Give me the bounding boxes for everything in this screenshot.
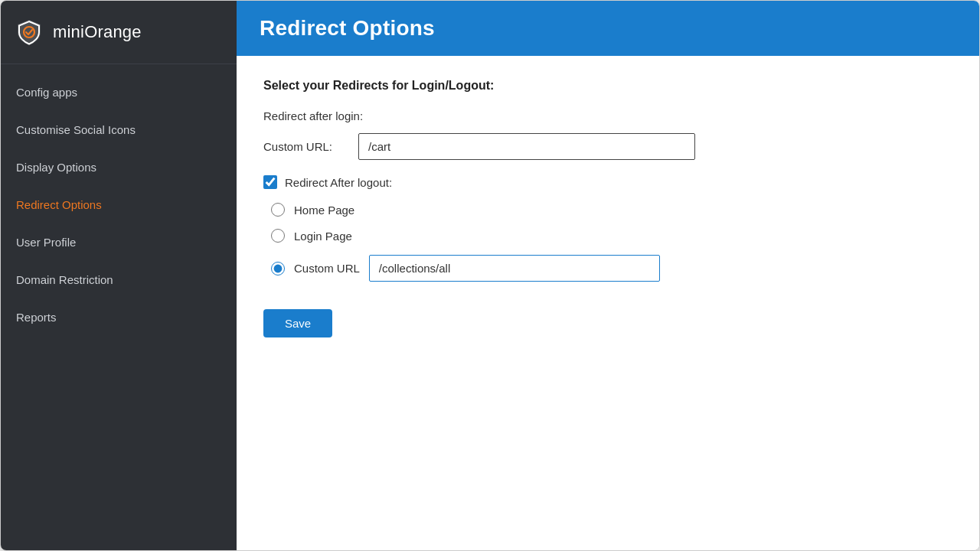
main-header: Redirect Options (237, 1, 979, 56)
sidebar-item-display-options[interactable]: Display Options (1, 148, 237, 186)
section-title: Select your Redirects for Login/Logout: (263, 79, 952, 93)
sidebar-item-user-profile[interactable]: User Profile (1, 223, 237, 261)
page-title: Redirect Options (260, 16, 956, 41)
redirect-after-logout-label: Redirect After logout: (285, 176, 392, 189)
radio-home-page[interactable] (271, 203, 285, 217)
radio-row-custom-url: Custom URL (271, 255, 952, 282)
sidebar-item-reports[interactable]: Reports (1, 298, 237, 336)
sidebar-item-config-apps[interactable]: Config apps (1, 73, 237, 111)
shield-icon (15, 18, 44, 47)
custom-url-login-input[interactable] (358, 133, 695, 160)
radio-row-login-page: Login Page (271, 229, 952, 243)
radio-label-home-page: Home Page (294, 204, 354, 217)
redirect-after-logout-checkbox[interactable] (263, 175, 277, 189)
radio-label-custom-url: Custom URL (294, 262, 360, 275)
radio-custom-url[interactable] (271, 262, 285, 276)
sidebar-item-domain-restriction[interactable]: Domain Restriction (1, 261, 237, 298)
app-name: miniOrange (53, 22, 142, 42)
save-button[interactable]: Save (263, 309, 332, 337)
sidebar: miniOrange Config apps Customise Social … (1, 1, 237, 550)
redirect-after-logout-row: Redirect After logout: (263, 175, 952, 189)
custom-url-login-label: Custom URL: (263, 140, 348, 153)
redirect-after-login-label: Redirect after login: (263, 109, 952, 122)
custom-url-logout-input[interactable] (369, 255, 660, 282)
radio-options-group: Home Page Login Page Custom URL (271, 203, 952, 282)
custom-url-login-row: Custom URL: (263, 133, 952, 160)
radio-row-home-page: Home Page (271, 203, 952, 217)
radio-login-page[interactable] (271, 229, 285, 243)
logo-area: miniOrange (1, 1, 237, 64)
sidebar-divider (1, 64, 237, 64)
sidebar-item-redirect-options[interactable]: Redirect Options (1, 186, 237, 223)
main-content: Redirect Options Select your Redirects f… (237, 1, 979, 550)
sidebar-item-customise-social-icons[interactable]: Customise Social Icons (1, 111, 237, 148)
sidebar-nav: Config apps Customise Social Icons Displ… (1, 67, 237, 342)
radio-label-login-page: Login Page (294, 230, 352, 243)
main-body: Select your Redirects for Login/Logout: … (237, 56, 979, 550)
